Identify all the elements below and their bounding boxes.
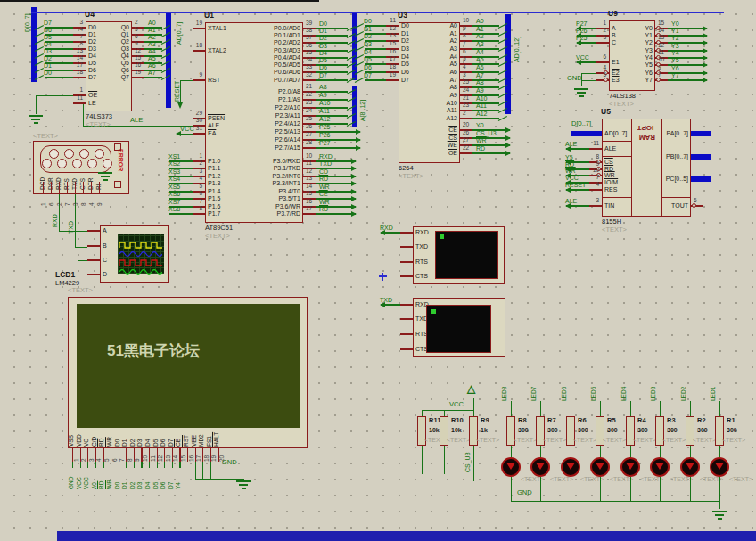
wire[interactable]: [473, 410, 474, 416]
pin-U4-11[interactable]: [73, 102, 86, 103]
pin-U1-28[interactable]: [303, 147, 316, 148]
wire[interactable]: [600, 477, 601, 501]
pin-U3-2[interactable]: [460, 118, 472, 119]
wire[interactable]: [422, 446, 423, 474]
wire[interactable]: [473, 398, 474, 410]
ground-icon[interactable]: [236, 480, 251, 482]
pin-TERM2-CTS[interactable]: [400, 348, 413, 349]
wire[interactable]: [422, 410, 423, 416]
pin-TERM2-RXD[interactable]: [400, 304, 413, 305]
pin-COM-4[interactable]: [91, 182, 92, 194]
pin-SCOPE-C[interactable]: [87, 259, 100, 260]
pin-U3-22[interactable]: [460, 152, 472, 153]
wire[interactable]: [719, 501, 720, 509]
pin-U4-18[interactable]: [73, 77, 86, 78]
pin-SCOPE-D[interactable]: [87, 274, 100, 275]
wire[interactable]: [195, 479, 243, 480]
pin-U1-19[interactable]: [193, 28, 205, 29]
wire[interactable]: [473, 446, 474, 481]
pin-COM-8[interactable]: [83, 182, 84, 194]
wire[interactable]: [540, 477, 541, 501]
wire[interactable]: [444, 446, 445, 474]
pin-U1-9[interactable]: [193, 79, 205, 80]
wire[interactable]: [600, 401, 601, 416]
bus[interactable]: [505, 14, 511, 114]
bus[interactable]: [691, 131, 711, 136]
pin-COM-2[interactable]: [59, 182, 60, 194]
wire[interactable]: [210, 462, 211, 479]
wire[interactable]: [444, 410, 445, 416]
wire[interactable]: [571, 477, 571, 501]
pin-U1-32[interactable]: [303, 79, 316, 80]
wire[interactable]: [719, 401, 720, 416]
wire[interactable]: [630, 477, 631, 501]
pin-SCOPE-A[interactable]: [87, 230, 100, 231]
wire[interactable]: [180, 80, 193, 81]
wire[interactable]: [660, 401, 661, 416]
net-wire[interactable]: [144, 77, 162, 78]
wire[interactable]: [75, 247, 87, 248]
wire[interactable]: [600, 446, 601, 457]
pin-COM-6[interactable]: [51, 182, 52, 194]
wire[interactable]: [660, 446, 661, 457]
net-wire[interactable]: [169, 213, 193, 214]
pin-U5-11[interactable]: [589, 148, 602, 149]
wire[interactable]: [243, 479, 244, 480]
pin-U1-17[interactable]: [303, 213, 316, 214]
wire[interactable]: [202, 462, 203, 479]
pin-COM-1[interactable]: [43, 182, 44, 194]
ground-icon[interactable]: [574, 88, 588, 90]
net-wire[interactable]: [316, 147, 360, 148]
wire[interactable]: [78, 260, 87, 261]
net-wire[interactable]: [316, 79, 348, 80]
pin-TERM1-RXD[interactable]: [400, 232, 413, 233]
pin-COM-9[interactable]: [99, 182, 100, 194]
pin-U4-19[interactable]: [132, 77, 144, 78]
net-wire[interactable]: [316, 213, 356, 214]
pin-COM-7[interactable]: [67, 182, 68, 194]
bus[interactable]: [691, 154, 711, 160]
pin-U5-4[interactable]: [589, 189, 602, 190]
pin-COM-3[interactable]: [75, 182, 76, 194]
bus[interactable]: [691, 176, 711, 182]
pin-TERM1-TXD[interactable]: [400, 246, 413, 247]
pin-TERM2-RTS[interactable]: [400, 333, 413, 334]
pin-U9-3[interactable]: [596, 42, 609, 43]
wire[interactable]: [195, 462, 196, 479]
wire[interactable]: [690, 401, 691, 416]
wire[interactable]: [511, 477, 512, 501]
pin-U3-19[interactable]: [386, 79, 399, 80]
net-wire[interactable]: [45, 77, 73, 78]
wire[interactable]: [630, 446, 631, 457]
wire[interactable]: [719, 446, 720, 457]
wire[interactable]: [540, 446, 541, 457]
wire[interactable]: [36, 95, 37, 114]
wire[interactable]: [36, 95, 73, 96]
wire[interactable]: [511, 501, 719, 502]
pin-U5-3[interactable]: [589, 205, 602, 206]
net-wire[interactable]: [668, 79, 707, 80]
wire[interactable]: [511, 401, 512, 416]
wire[interactable]: [511, 446, 512, 457]
ground-icon[interactable]: [712, 511, 727, 512]
wire[interactable]: [422, 410, 473, 411]
wire[interactable]: [690, 446, 691, 457]
net-wire[interactable]: [472, 152, 510, 153]
wire[interactable]: [581, 80, 596, 81]
wire[interactable]: [540, 401, 541, 416]
ground-icon[interactable]: [29, 115, 43, 117]
bus[interactable]: [31, 12, 724, 13]
pin-TERM2-TXD[interactable]: [400, 318, 413, 319]
wire[interactable]: [719, 477, 720, 501]
wire[interactable]: [571, 446, 571, 457]
wire[interactable]: [571, 401, 571, 416]
ground-icon[interactable]: [98, 172, 112, 174]
bus[interactable]: [571, 131, 604, 136]
pin-TERM1-CTS[interactable]: [400, 275, 413, 276]
wire[interactable]: [218, 462, 218, 479]
pin-TERM1-RTS[interactable]: [400, 261, 413, 262]
wire[interactable]: [83, 103, 84, 126]
net-wire[interactable]: [472, 118, 499, 119]
pin-U1-31[interactable]: [193, 133, 205, 134]
pin-U9-6[interactable]: [596, 61, 609, 62]
